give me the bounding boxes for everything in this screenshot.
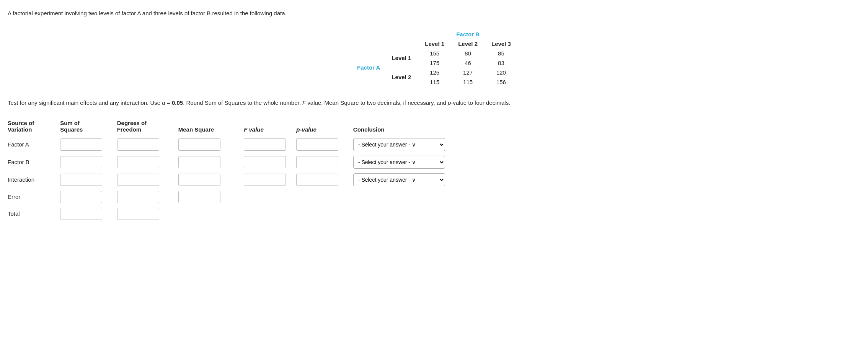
p-input-cell-1[interactable] bbox=[296, 153, 353, 171]
p-input-cell-2[interactable] bbox=[296, 171, 353, 189]
intro-text: A factorial experiment involving two lev… bbox=[8, 9, 860, 18]
sum-input-1[interactable] bbox=[60, 156, 102, 168]
factor-a-level1-label: Level 1 bbox=[385, 49, 418, 68]
mean-input-cell-3[interactable] bbox=[178, 189, 244, 205]
mean-input-3[interactable] bbox=[178, 191, 220, 203]
table-row: Interaction- Select your answer - ∨Signi… bbox=[8, 171, 467, 189]
cell-a1b2-r1: 80 bbox=[451, 49, 485, 58]
p-input-cell-0[interactable] bbox=[296, 136, 353, 153]
header-source-line1: Source of Variation bbox=[8, 118, 60, 136]
level2-header: Level 2 bbox=[451, 39, 485, 49]
table-row: Error bbox=[8, 189, 467, 205]
anova-table: Source of Variation Sum of Squares Degre… bbox=[8, 118, 467, 222]
cell-a2b1-r2: 115 bbox=[418, 77, 451, 87]
cell-a1b1-r2: 175 bbox=[418, 58, 451, 68]
deg-input-cell-0[interactable] bbox=[117, 136, 178, 153]
deg-input-2[interactable] bbox=[117, 174, 159, 186]
sum-input-2[interactable] bbox=[60, 174, 102, 186]
data-table: Factor B Level 1 Level 2 Level 3 Factor … bbox=[350, 29, 518, 87]
deg-input-4[interactable] bbox=[117, 208, 159, 220]
cell-a2b2-r2: 115 bbox=[451, 77, 485, 87]
row-label-4: Total bbox=[8, 205, 60, 222]
factor-b-header: Factor B bbox=[418, 29, 518, 39]
conclusion-cell-2[interactable]: - Select your answer - ∨SignificantNot S… bbox=[353, 171, 467, 189]
cell-a1b2-r2: 46 bbox=[451, 58, 485, 68]
mean-input-0[interactable] bbox=[178, 138, 220, 151]
f-input-cell-1[interactable] bbox=[244, 153, 296, 171]
sum-input-cell-2[interactable] bbox=[60, 171, 117, 189]
mean-input-cell-2[interactable] bbox=[178, 171, 244, 189]
sum-input-0[interactable] bbox=[60, 138, 102, 151]
cell-a2b3-r2: 156 bbox=[485, 77, 518, 87]
row-label-3: Error bbox=[8, 189, 60, 205]
cell-a2b2-r1: 127 bbox=[451, 68, 485, 77]
level3-header: Level 3 bbox=[485, 39, 518, 49]
factor-a-label: Factor A bbox=[350, 49, 385, 87]
header-conclusion: Conclusion bbox=[353, 118, 467, 136]
cell-a1b3-r1: 85 bbox=[485, 49, 518, 58]
p-input-cell-4[interactable] bbox=[296, 205, 353, 222]
header-deg: Degrees of Freedom bbox=[117, 118, 178, 136]
cell-a1b1-r1: 155 bbox=[418, 49, 451, 58]
p-input-cell-3[interactable] bbox=[296, 189, 353, 205]
f-input-cell-4[interactable] bbox=[244, 205, 296, 222]
conclusion-cell-3[interactable] bbox=[353, 189, 467, 205]
p-input-2[interactable] bbox=[296, 174, 338, 186]
conclusion-select-2[interactable]: - Select your answer - ∨SignificantNot S… bbox=[353, 173, 445, 186]
deg-input-cell-3[interactable] bbox=[117, 189, 178, 205]
deg-input-cell-1[interactable] bbox=[117, 153, 178, 171]
mean-input-cell-4[interactable] bbox=[178, 205, 244, 222]
level1-header: Level 1 bbox=[418, 39, 451, 49]
sum-input-cell-0[interactable] bbox=[60, 136, 117, 153]
header-p-value: p-value bbox=[296, 118, 353, 136]
sum-input-cell-4[interactable] bbox=[60, 205, 117, 222]
cell-a2b1-r1: 125 bbox=[418, 68, 451, 77]
table-row: Factor B- Select your answer - ∨Signific… bbox=[8, 153, 467, 171]
sum-input-3[interactable] bbox=[60, 191, 102, 203]
factor-a-level2-label: Level 2 bbox=[385, 68, 418, 87]
sum-input-cell-1[interactable] bbox=[60, 153, 117, 171]
deg-input-1[interactable] bbox=[117, 156, 159, 168]
f-input-cell-2[interactable] bbox=[244, 171, 296, 189]
row-label-0: Factor A bbox=[8, 136, 60, 153]
mean-input-cell-0[interactable] bbox=[178, 136, 244, 153]
conclusion-cell-0[interactable]: - Select your answer - ∨SignificantNot S… bbox=[353, 136, 467, 153]
mean-input-2[interactable] bbox=[178, 174, 220, 186]
table-row: Total bbox=[8, 205, 467, 222]
row-label-1: Factor B bbox=[8, 153, 60, 171]
mean-input-1[interactable] bbox=[178, 156, 220, 168]
f-input-cell-0[interactable] bbox=[244, 136, 296, 153]
row-label-2: Interaction bbox=[8, 171, 60, 189]
conclusion-cell-1[interactable]: - Select your answer - ∨SignificantNot S… bbox=[353, 153, 467, 171]
mean-input-cell-1[interactable] bbox=[178, 153, 244, 171]
conclusion-select-0[interactable]: - Select your answer - ∨SignificantNot S… bbox=[353, 138, 445, 151]
cell-a2b3-r1: 120 bbox=[485, 68, 518, 77]
conclusion-cell-4[interactable] bbox=[353, 205, 467, 222]
data-table-wrapper: Factor B Level 1 Level 2 Level 3 Factor … bbox=[8, 29, 860, 87]
header-sum: Sum of Squares bbox=[60, 118, 117, 136]
deg-input-cell-2[interactable] bbox=[117, 171, 178, 189]
instruction-text: Test for any significant main effects an… bbox=[8, 98, 860, 107]
conclusion-select-1[interactable]: - Select your answer - ∨SignificantNot S… bbox=[353, 156, 445, 169]
header-mean-square: Mean Square bbox=[178, 118, 244, 136]
p-input-0[interactable] bbox=[296, 138, 338, 151]
deg-input-3[interactable] bbox=[117, 191, 159, 203]
f-input-0[interactable] bbox=[244, 138, 286, 151]
cell-a1b3-r2: 83 bbox=[485, 58, 518, 68]
sum-input-cell-3[interactable] bbox=[60, 189, 117, 205]
f-input-2[interactable] bbox=[244, 174, 286, 186]
table-row: Factor A- Select your answer - ∨Signific… bbox=[8, 136, 467, 153]
sum-input-4[interactable] bbox=[60, 208, 102, 220]
f-input-1[interactable] bbox=[244, 156, 286, 168]
header-f-value: F value bbox=[244, 118, 296, 136]
f-input-cell-3[interactable] bbox=[244, 189, 296, 205]
deg-input-cell-4[interactable] bbox=[117, 205, 178, 222]
deg-input-0[interactable] bbox=[117, 138, 159, 151]
p-input-1[interactable] bbox=[296, 156, 338, 168]
